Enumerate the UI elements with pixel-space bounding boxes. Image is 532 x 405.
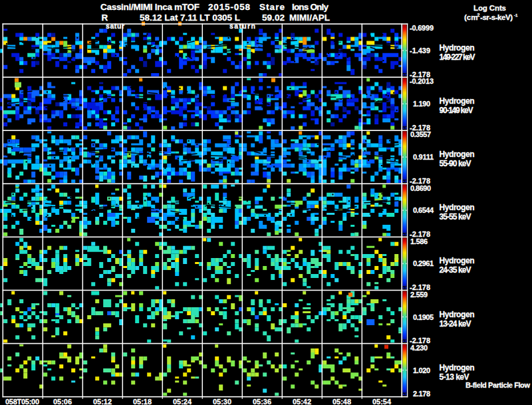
svg-text:05:18: 05:18 xyxy=(133,398,152,405)
svg-text:1.586: 1.586 xyxy=(410,237,428,245)
svg-text:(cm: (cm xyxy=(464,13,477,21)
svg-text:Log Cnts: Log Cnts xyxy=(473,4,506,12)
svg-text:35-55 keV: 35-55 keV xyxy=(440,212,471,221)
svg-text:Hydrogen: Hydrogen xyxy=(440,43,475,53)
svg-text:05:06: 05:06 xyxy=(53,398,72,405)
svg-text:05:48: 05:48 xyxy=(332,398,351,405)
svg-text:2.559: 2.559 xyxy=(410,291,428,299)
svg-text:5-13 keV: 5-13 keV xyxy=(440,372,469,382)
svg-text:Ions Only: Ions Only xyxy=(292,2,329,12)
svg-text:saturn: saturn xyxy=(229,22,255,30)
svg-text:05:30: 05:30 xyxy=(213,398,231,405)
svg-text:05:54: 05:54 xyxy=(372,398,392,405)
svg-text:0.1905: 0.1905 xyxy=(413,313,434,321)
svg-text:05:24: 05:24 xyxy=(173,398,192,405)
svg-text:1.020: 1.020 xyxy=(413,366,430,374)
svg-text:2.178: 2.178 xyxy=(413,390,430,398)
svg-text:Hydrogen: Hydrogen xyxy=(440,363,475,372)
svg-text:55-90 keV: 55-90 keV xyxy=(440,159,471,168)
svg-text:4.230: 4.230 xyxy=(410,344,428,352)
svg-text:-0.2013: -0.2013 xyxy=(410,77,434,85)
svg-text:MIMI/APL: MIMI/APL xyxy=(289,13,330,23)
svg-text:1.190: 1.190 xyxy=(413,100,430,108)
svg-text:13-24 keV: 13-24 keV xyxy=(440,319,471,329)
svg-text:Hydrogen: Hydrogen xyxy=(440,256,475,265)
svg-text:0.6544: 0.6544 xyxy=(413,206,434,214)
svg-text:2: 2 xyxy=(477,13,480,17)
svg-text:0.2961: 0.2961 xyxy=(413,259,434,267)
svg-text:59.02: 59.02 xyxy=(262,13,285,23)
svg-text:0.3557: 0.3557 xyxy=(410,130,431,138)
svg-text:Hydrogen: Hydrogen xyxy=(440,96,475,106)
svg-text:-1.439: -1.439 xyxy=(410,47,430,55)
svg-text:0.9111: 0.9111 xyxy=(413,153,434,161)
svg-text:Hydrogen: Hydrogen xyxy=(440,310,475,319)
svg-text:58.12 Lat 7.11 LT 0305 L: 58.12 Lat 7.11 LT 0305 L xyxy=(140,13,240,23)
svg-text:24-35 keV: 24-35 keV xyxy=(440,265,471,275)
svg-text:058T05:00: 058T05:00 xyxy=(5,398,39,405)
svg-text:05:36: 05:36 xyxy=(253,398,271,405)
svg-text:05:12: 05:12 xyxy=(93,398,112,405)
svg-text:90-149 keV: 90-149 keV xyxy=(440,106,473,115)
svg-text:05:42: 05:42 xyxy=(293,398,311,405)
svg-text:B-field Particle Flow: B-field Particle Flow xyxy=(466,381,530,389)
svg-text:Hydrogen: Hydrogen xyxy=(440,150,475,159)
svg-text:Stare: Stare xyxy=(259,2,285,12)
svg-text:Hydrogen: Hydrogen xyxy=(440,203,475,212)
svg-text:satur: satur xyxy=(106,22,124,30)
svg-text:0.8690: 0.8690 xyxy=(410,184,431,192)
svg-text:2015-058: 2015-058 xyxy=(208,2,250,12)
svg-text:149-227 keV: 149-227 keV xyxy=(440,53,475,62)
svg-text:-0.6999: -0.6999 xyxy=(410,24,434,32)
svg-text:-1: -1 xyxy=(514,13,518,17)
svg-text:-sr-s-keV): -sr-s-keV) xyxy=(480,13,513,21)
svg-text:Cassini/MIMI Inca mTOF: Cassini/MIMI Inca mTOF xyxy=(100,2,200,12)
